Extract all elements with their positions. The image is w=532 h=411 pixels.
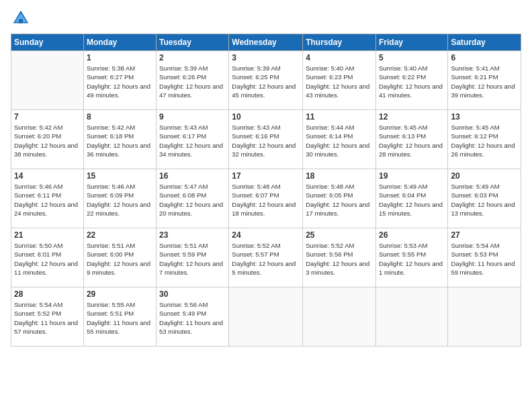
cell-info: Sunrise: 5:50 AMSunset: 6:01 PMDaylight:… bbox=[14, 241, 81, 277]
calendar-cell: 9Sunrise: 5:43 AMSunset: 6:17 PMDaylight… bbox=[157, 110, 229, 169]
date-number: 5 bbox=[379, 53, 445, 62]
week-row-4: 21Sunrise: 5:50 AMSunset: 6:01 PMDayligh… bbox=[11, 228, 521, 287]
cell-info: Sunrise: 5:43 AMSunset: 6:16 PMDaylight:… bbox=[232, 123, 300, 158]
cell-info: Sunrise: 5:41 AMSunset: 6:21 PMDaylight:… bbox=[451, 64, 518, 99]
calendar-cell bbox=[11, 51, 84, 110]
calendar-cell: 2Sunrise: 5:39 AMSunset: 6:26 PMDaylight… bbox=[157, 51, 229, 110]
cell-info: Sunrise: 5:46 AMSunset: 6:09 PMDaylight:… bbox=[87, 182, 153, 218]
calendar-cell: 24Sunrise: 5:52 AMSunset: 5:57 PMDayligh… bbox=[229, 228, 303, 287]
cell-info: Sunrise: 5:42 AMSunset: 6:18 PMDaylight:… bbox=[87, 123, 153, 158]
date-number: 27 bbox=[451, 230, 518, 240]
cell-info: Sunrise: 5:52 AMSunset: 5:57 PMDaylight:… bbox=[232, 241, 300, 277]
calendar-cell bbox=[229, 287, 303, 347]
cell-info: Sunrise: 5:39 AMSunset: 6:25 PMDaylight:… bbox=[232, 64, 300, 99]
calendar-cell: 16Sunrise: 5:47 AMSunset: 6:08 PMDayligh… bbox=[157, 169, 229, 228]
calendar-cell: 17Sunrise: 5:48 AMSunset: 6:07 PMDayligh… bbox=[229, 169, 303, 228]
cell-info: Sunrise: 5:51 AMSunset: 6:00 PMDaylight:… bbox=[87, 241, 153, 277]
calendar-cell: 25Sunrise: 5:52 AMSunset: 5:56 PMDayligh… bbox=[303, 228, 376, 287]
date-number: 29 bbox=[87, 289, 153, 299]
cell-info: Sunrise: 5:51 AMSunset: 5:59 PMDaylight:… bbox=[159, 241, 226, 277]
calendar-cell bbox=[375, 287, 447, 347]
date-number: 28 bbox=[14, 289, 81, 299]
date-number: 7 bbox=[14, 112, 81, 122]
calendar-cell: 4Sunrise: 5:40 AMSunset: 6:23 PMDaylight… bbox=[303, 51, 376, 110]
calendar-cell: 22Sunrise: 5:51 AMSunset: 6:00 PMDayligh… bbox=[83, 228, 156, 287]
date-number: 10 bbox=[232, 112, 300, 122]
calendar-cell: 23Sunrise: 5:51 AMSunset: 5:59 PMDayligh… bbox=[157, 228, 229, 287]
calendar-cell: 20Sunrise: 5:49 AMSunset: 6:03 PMDayligh… bbox=[448, 169, 521, 228]
cell-info: Sunrise: 5:45 AMSunset: 6:13 PMDaylight:… bbox=[379, 123, 445, 158]
date-number: 12 bbox=[379, 112, 445, 122]
date-number: 1 bbox=[87, 53, 153, 62]
calendar-cell: 11Sunrise: 5:44 AMSunset: 6:14 PMDayligh… bbox=[303, 110, 376, 169]
date-number: 2 bbox=[159, 53, 226, 62]
calendar-cell: 26Sunrise: 5:53 AMSunset: 5:55 PMDayligh… bbox=[375, 228, 447, 287]
cell-info: Sunrise: 5:54 AMSunset: 5:53 PMDaylight:… bbox=[451, 241, 518, 277]
calendar-cell: 21Sunrise: 5:50 AMSunset: 6:01 PMDayligh… bbox=[11, 228, 84, 287]
date-number: 15 bbox=[87, 171, 153, 181]
weekday-header-thursday: Thursday bbox=[303, 34, 376, 51]
logo-icon bbox=[11, 8, 31, 28]
weekday-header-friday: Friday bbox=[375, 34, 447, 51]
weekday-header-tuesday: Tuesday bbox=[157, 34, 229, 51]
calendar-table: SundayMondayTuesdayWednesdayThursdayFrid… bbox=[11, 34, 521, 347]
cell-info: Sunrise: 5:46 AMSunset: 6:11 PMDaylight:… bbox=[14, 182, 81, 218]
date-number: 23 bbox=[159, 230, 226, 240]
weekday-header-monday: Monday bbox=[83, 34, 156, 51]
cell-info: Sunrise: 5:53 AMSunset: 5:55 PMDaylight:… bbox=[379, 241, 445, 277]
svg-rect-2 bbox=[19, 19, 23, 24]
cell-info: Sunrise: 5:44 AMSunset: 6:14 PMDaylight:… bbox=[306, 123, 373, 158]
weekday-header-wednesday: Wednesday bbox=[229, 34, 303, 51]
weekday-header-row: SundayMondayTuesdayWednesdayThursdayFrid… bbox=[11, 34, 521, 51]
calendar-cell: 8Sunrise: 5:42 AMSunset: 6:18 PMDaylight… bbox=[83, 110, 156, 169]
calendar-cell: 5Sunrise: 5:40 AMSunset: 6:22 PMDaylight… bbox=[375, 51, 447, 110]
page: SundayMondayTuesdayWednesdayThursdayFrid… bbox=[0, 0, 532, 411]
calendar-cell: 3Sunrise: 5:39 AMSunset: 6:25 PMDaylight… bbox=[229, 51, 303, 110]
cell-info: Sunrise: 5:55 AMSunset: 5:51 PMDaylight:… bbox=[87, 300, 153, 336]
weekday-header-saturday: Saturday bbox=[448, 34, 521, 51]
week-row-3: 14Sunrise: 5:46 AMSunset: 6:11 PMDayligh… bbox=[11, 169, 521, 228]
calendar-cell: 10Sunrise: 5:43 AMSunset: 6:16 PMDayligh… bbox=[229, 110, 303, 169]
calendar-cell: 27Sunrise: 5:54 AMSunset: 5:53 PMDayligh… bbox=[448, 228, 521, 287]
cell-info: Sunrise: 5:42 AMSunset: 6:20 PMDaylight:… bbox=[14, 123, 81, 158]
cell-info: Sunrise: 5:39 AMSunset: 6:26 PMDaylight:… bbox=[159, 64, 226, 99]
header bbox=[11, 8, 521, 28]
cell-info: Sunrise: 5:38 AMSunset: 6:27 PMDaylight:… bbox=[87, 64, 153, 99]
date-number: 17 bbox=[232, 171, 300, 181]
calendar-cell: 19Sunrise: 5:49 AMSunset: 6:04 PMDayligh… bbox=[375, 169, 447, 228]
week-row-5: 28Sunrise: 5:54 AMSunset: 5:52 PMDayligh… bbox=[11, 287, 521, 347]
cell-info: Sunrise: 5:52 AMSunset: 5:56 PMDaylight:… bbox=[306, 241, 373, 277]
cell-info: Sunrise: 5:48 AMSunset: 6:05 PMDaylight:… bbox=[306, 182, 373, 218]
date-number: 22 bbox=[87, 230, 153, 240]
cell-info: Sunrise: 5:45 AMSunset: 6:12 PMDaylight:… bbox=[451, 123, 518, 158]
cell-info: Sunrise: 5:54 AMSunset: 5:52 PMDaylight:… bbox=[14, 300, 81, 336]
week-row-2: 7Sunrise: 5:42 AMSunset: 6:20 PMDaylight… bbox=[11, 110, 521, 169]
calendar-cell: 6Sunrise: 5:41 AMSunset: 6:21 PMDaylight… bbox=[448, 51, 521, 110]
logo bbox=[11, 8, 34, 28]
calendar-cell: 14Sunrise: 5:46 AMSunset: 6:11 PMDayligh… bbox=[11, 169, 84, 228]
cell-info: Sunrise: 5:40 AMSunset: 6:23 PMDaylight:… bbox=[306, 64, 373, 99]
date-number: 30 bbox=[159, 289, 226, 299]
calendar-cell: 30Sunrise: 5:56 AMSunset: 5:49 PMDayligh… bbox=[157, 287, 229, 347]
cell-info: Sunrise: 5:40 AMSunset: 6:22 PMDaylight:… bbox=[379, 64, 445, 99]
date-number: 14 bbox=[14, 171, 81, 181]
cell-info: Sunrise: 5:43 AMSunset: 6:17 PMDaylight:… bbox=[159, 123, 226, 158]
calendar-cell: 12Sunrise: 5:45 AMSunset: 6:13 PMDayligh… bbox=[375, 110, 447, 169]
calendar-cell: 28Sunrise: 5:54 AMSunset: 5:52 PMDayligh… bbox=[11, 287, 84, 347]
date-number: 3 bbox=[232, 53, 300, 62]
calendar-cell: 1Sunrise: 5:38 AMSunset: 6:27 PMDaylight… bbox=[83, 51, 156, 110]
calendar-cell bbox=[448, 287, 521, 347]
date-number: 20 bbox=[451, 171, 518, 181]
date-number: 26 bbox=[379, 230, 445, 240]
calendar-cell: 13Sunrise: 5:45 AMSunset: 6:12 PMDayligh… bbox=[448, 110, 521, 169]
cell-info: Sunrise: 5:47 AMSunset: 6:08 PMDaylight:… bbox=[159, 182, 226, 218]
date-number: 9 bbox=[159, 112, 226, 122]
date-number: 24 bbox=[232, 230, 300, 240]
week-row-1: 1Sunrise: 5:38 AMSunset: 6:27 PMDaylight… bbox=[11, 51, 521, 110]
calendar-cell bbox=[303, 287, 376, 347]
cell-info: Sunrise: 5:49 AMSunset: 6:04 PMDaylight:… bbox=[379, 182, 445, 218]
calendar-cell: 7Sunrise: 5:42 AMSunset: 6:20 PMDaylight… bbox=[11, 110, 84, 169]
cell-info: Sunrise: 5:49 AMSunset: 6:03 PMDaylight:… bbox=[451, 182, 518, 218]
date-number: 13 bbox=[451, 112, 518, 122]
date-number: 25 bbox=[306, 230, 373, 240]
